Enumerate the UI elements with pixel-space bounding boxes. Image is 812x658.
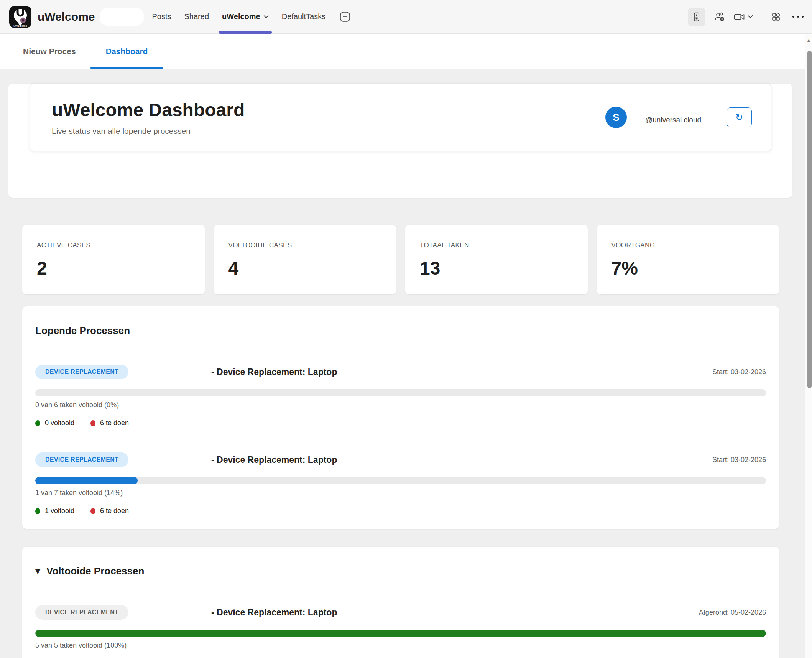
done-dot-icon	[35, 420, 40, 426]
process-row: DEVICE REPLACEMENT - Device Replacement:…	[35, 452, 766, 468]
stat-card-voortgang: VOORTGANG 7%	[597, 225, 779, 294]
task-status-row: 0 voltooid 6 te doen	[35, 419, 766, 427]
progress-fill	[35, 630, 766, 637]
dashboard-header-inner: uWelcome Dashboard Live status van alle …	[30, 84, 771, 151]
tab-nieuw-proces[interactable]: Nieuw Proces	[23, 34, 76, 69]
meet-now-button[interactable]	[734, 12, 753, 21]
stats-row: ACTIEVE CASES 2 VOLTOOIDE CASES 4 TOTAAL…	[22, 225, 779, 294]
dot	[802, 16, 804, 18]
process-item: DEVICE REPLACEMENT - Device Replacement:…	[35, 452, 766, 515]
process-start-date: Start: 03-02-2026	[712, 456, 766, 464]
page-subtitle: Live status van alle lopende processen	[52, 127, 245, 136]
stat-card-voltooide-cases: VOLTOOIDE CASES 4	[214, 225, 396, 294]
vertical-scrollbar[interactable]: ▲	[805, 34, 812, 658]
progress-fill	[35, 477, 138, 484]
stat-card-totaal-taken: TOTAAL TAKEN 13	[405, 225, 588, 294]
todo-count: 6 te doen	[100, 419, 129, 427]
details-pane-button[interactable]	[688, 8, 705, 26]
channel-tab-bar: Posts Shared uWelcome DefaultTasks	[152, 0, 352, 34]
scrollbar-thumb[interactable]	[807, 51, 812, 388]
progress-bar	[35, 630, 766, 637]
scroll-up-arrow[interactable]: ▲	[805, 38, 812, 42]
done-count: 1 voltooid	[45, 507, 74, 515]
avatar[interactable]: S	[605, 107, 627, 128]
stat-value: 2	[37, 258, 190, 279]
page-title: uWelcome Dashboard	[52, 99, 245, 120]
process-start-date: Start: 03-02-2026	[712, 368, 766, 376]
uwelcome-logo: uWelcome	[9, 6, 31, 28]
app-sub-nav: Nieuw Proces Dashboard	[0, 34, 812, 69]
process-item: DEVICE REPLACEMENT - Device Replacement:…	[35, 604, 766, 658]
progress-text: 5 van 5 taken voltooid (100%)	[35, 642, 766, 650]
dot	[797, 16, 799, 18]
done-dot-icon	[35, 508, 40, 514]
section-header: ▼ Voltooide Processen	[22, 547, 779, 587]
add-people-button[interactable]	[711, 8, 728, 26]
process-list: DEVICE REPLACEMENT - Device Replacement:…	[22, 587, 779, 658]
task-status-row: 1 voltooid 6 te doen	[35, 507, 766, 515]
active-tab-indicator	[219, 31, 272, 34]
stat-value: 13	[420, 258, 573, 279]
tab-shared[interactable]: Shared	[184, 0, 209, 34]
section-title: Lopende Processen	[35, 325, 130, 337]
progress-text: 1 van 7 taken voltooid (14%)	[35, 489, 766, 497]
stat-label: ACTIEVE CASES	[37, 242, 190, 249]
channel-top-bar: uWelcome uWelcome Posts Shared uWelcome …	[0, 0, 812, 34]
channel-title: uWelcome	[38, 10, 95, 23]
add-tab-button[interactable]	[339, 10, 352, 23]
stat-value: 7%	[611, 258, 765, 279]
process-type-badge: DEVICE REPLACEMENT	[35, 605, 128, 620]
section-header: Lopende Processen	[22, 306, 779, 347]
process-completed-date: Afgerond: 05-02-2026	[699, 609, 766, 617]
dashboard-header-card: uWelcome Dashboard Live status van alle …	[8, 84, 792, 198]
grid-apps-icon	[771, 12, 781, 22]
chevron-down-icon	[748, 15, 753, 18]
stat-label: TOTAAL TAKEN	[420, 242, 573, 249]
completed-processes-card: ▼ Voltooide Processen DEVICE REPLACEMENT…	[22, 547, 779, 658]
process-row: DEVICE REPLACEMENT - Device Replacement:…	[35, 604, 766, 620]
svg-text:uWelcome: uWelcome	[13, 24, 27, 28]
process-title: - Device Replacement: Laptop	[211, 455, 337, 465]
active-tab-indicator	[90, 67, 163, 69]
collapse-triangle-icon[interactable]: ▼	[35, 568, 40, 575]
toolbar-divider	[760, 10, 760, 24]
stat-label: VOORTGANG	[611, 242, 765, 249]
tab-uwelcome[interactable]: uWelcome	[222, 0, 269, 34]
progress-bar	[35, 477, 766, 484]
tab-posts[interactable]: Posts	[152, 0, 171, 34]
process-type-badge: DEVICE REPLACEMENT	[35, 452, 128, 467]
account-info: @universal.cloud	[645, 116, 707, 124]
apps-layout-button[interactable]	[767, 8, 785, 26]
dashboard-content: uWelcome Dashboard Live status van alle …	[0, 69, 805, 658]
topbar-actions	[688, 8, 806, 26]
progress-text: 0 van 6 taken voltooid (0%)	[35, 401, 766, 409]
dot	[792, 16, 794, 18]
chevron-down-icon	[263, 15, 269, 18]
process-title: - Device Replacement: Laptop	[211, 367, 337, 377]
process-row: DEVICE REPLACEMENT - Device Replacement:…	[35, 364, 766, 380]
process-list: DEVICE REPLACEMENT - Device Replacement:…	[22, 347, 779, 529]
process-title: - Device Replacement: Laptop	[211, 607, 337, 618]
header-account-block: S @universal.cloud ↻	[605, 107, 752, 128]
dashboard-heading-block: uWelcome Dashboard Live status van alle …	[52, 99, 245, 136]
todo-dot-icon	[90, 508, 95, 514]
refresh-button[interactable]: ↻	[727, 107, 752, 127]
progress-bar	[35, 389, 766, 396]
section-title: Voltooide Processen	[46, 565, 144, 577]
id-badge-icon	[692, 12, 702, 22]
process-item: DEVICE REPLACEMENT - Device Replacement:…	[35, 364, 766, 427]
stat-label: VOLTOOIDE CASES	[228, 242, 382, 249]
process-type-badge: DEVICE REPLACEMENT	[35, 365, 128, 379]
more-options-button[interactable]	[790, 16, 806, 18]
account-domain: @universal.cloud	[645, 116, 707, 124]
stat-card-actieve-cases: ACTIEVE CASES 2	[22, 225, 205, 294]
done-count: 0 voltooid	[45, 419, 74, 427]
todo-count: 6 te doen	[100, 507, 129, 515]
running-processes-card: Lopende Processen DEVICE REPLACEMENT - D…	[22, 306, 779, 529]
add-person-icon	[714, 12, 725, 22]
tab-dashboard[interactable]: Dashboard	[90, 34, 163, 69]
video-camera-icon	[734, 12, 745, 21]
tab-defaulttasks[interactable]: DefaultTasks	[282, 0, 326, 34]
stat-value: 4	[228, 258, 382, 279]
refresh-icon: ↻	[735, 112, 743, 123]
